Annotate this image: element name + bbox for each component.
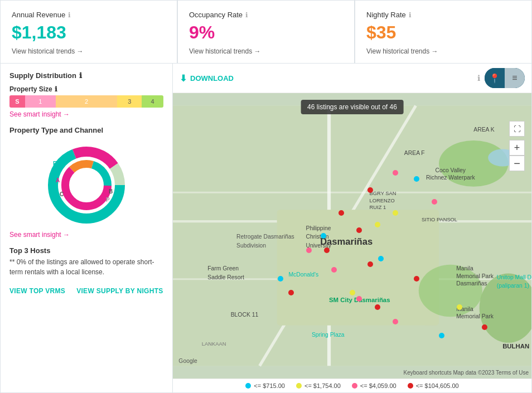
bottom-row: Supply Distribution ℹ Property Size ℹ S … (0, 64, 532, 393)
donut-chart-svg: E A C B P (36, 138, 137, 227)
legend-dot-2 (296, 383, 302, 389)
svg-text:AREA F: AREA F (404, 150, 425, 156)
svg-text:Unitop Mall Dasmariñas: Unitop Mall Dasmariñas (497, 274, 531, 280)
view-supply-by-nights-button[interactable]: VIEW SUPPLY BY NIGHTS (76, 287, 163, 295)
annual-revenue-info-icon[interactable]: ℹ (68, 11, 71, 19)
annual-revenue-title: Annual Revenue ℹ (12, 11, 166, 19)
map-list-view-button[interactable]: ≡ (505, 68, 525, 88)
legend-item-1: <= $715.00 (245, 382, 285, 389)
bar-3: 3 (117, 95, 142, 108)
property-type-title: Property Type and Channel (9, 126, 163, 134)
bar-4: 4 (142, 95, 163, 108)
action-buttons: VIEW TOP VRMS VIEW SUPPLY BY NIGHTS (9, 287, 163, 295)
svg-text:LANKAAN: LANKAAN (202, 341, 226, 347)
top-hosts-section: Top 3 Hosts ** 0% of the listings are al… (9, 244, 163, 277)
annual-revenue-value: $1,183 (12, 22, 166, 43)
legend-dot-3 (352, 383, 357, 389)
svg-text:Manila: Manila (456, 306, 473, 312)
top-row: Annual Revenue ℹ $1,183 View historical … (0, 0, 532, 64)
main-container: Annual Revenue ℹ $1,183 View historical … (0, 0, 532, 393)
nightly-rate-info-icon[interactable]: ℹ (409, 11, 412, 19)
svg-text:LORENZO: LORENZO (370, 198, 395, 203)
supply-distribution-info-icon[interactable]: ℹ (79, 71, 82, 80)
svg-text:(paliparan 1): (paliparan 1) (497, 283, 529, 289)
download-button[interactable]: ⬇ DOWNLOAD (180, 73, 234, 84)
fullscreen-button[interactable]: ⛶ (509, 121, 525, 137)
map-toolbar-right: ℹ 📍 ≡ (477, 68, 525, 88)
svg-text:Memorial Park: Memorial Park (456, 273, 494, 279)
left-panel: Supply Distribution ℹ Property Size ℹ S … (0, 64, 173, 393)
svg-text:University: University (306, 242, 332, 249)
nightly-rate-trends-link[interactable]: View historical trends → (366, 47, 520, 55)
nightly-rate-label: Nightly Rate (366, 11, 406, 19)
svg-text:P: P (106, 197, 110, 203)
annual-revenue-card: Annual Revenue ℹ $1,183 View historical … (0, 0, 177, 64)
svg-text:C: C (60, 191, 64, 197)
svg-text:Coco Valley: Coco Valley (436, 167, 466, 173)
legend-item-4: <= $104,605.00 (408, 382, 459, 389)
svg-text:RUIZ 1: RUIZ 1 (370, 205, 386, 210)
svg-point-6 (74, 173, 99, 197)
view-top-vrms-button[interactable]: VIEW TOP VRMS (9, 287, 65, 295)
legend-label-3: <= $4,059.00 (360, 382, 396, 389)
property-size-info-icon[interactable]: ℹ (55, 85, 57, 93)
svg-text:Christian: Christian (306, 234, 329, 240)
map-info-icon[interactable]: ℹ (477, 74, 480, 83)
download-icon: ⬇ (180, 73, 187, 84)
occupancy-rate-info-icon[interactable]: ℹ (245, 11, 248, 19)
svg-text:Philippine: Philippine (306, 225, 331, 231)
occupancy-rate-value: 9% (189, 22, 343, 43)
map-toolbar: ⬇ DOWNLOAD ℹ 📍 ≡ (173, 64, 531, 93)
map-view-toggle: 📍 ≡ (485, 68, 525, 88)
map-area[interactable]: Dasmariñas Coco Valley Richnez Waterpark… (173, 93, 531, 379)
svg-text:Subdivision: Subdivision (236, 242, 266, 249)
nightly-rate-title: Nightly Rate ℹ (366, 11, 520, 19)
occupancy-rate-trends-link[interactable]: View historical trends → (189, 47, 343, 55)
map-background: Dasmariñas Coco Valley Richnez Waterpark… (173, 93, 531, 379)
map-pin-view-button[interactable]: 📍 (485, 68, 505, 88)
svg-text:E: E (53, 161, 57, 167)
zoom-in-button[interactable]: + (509, 140, 525, 156)
see-insight-link-2[interactable]: See smart insight → (9, 231, 70, 239)
legend-label-2: <= $1,754.00 (304, 382, 341, 389)
svg-text:BULHAN: BULHAN (502, 343, 529, 350)
legend-item-2: <= $1,754.00 (296, 382, 341, 389)
svg-text:B: B (109, 188, 113, 195)
nightly-rate-value: $35 (366, 22, 520, 43)
svg-text:A: A (56, 177, 60, 183)
property-size-section: Property Size ℹ S 1 2 3 4 See smart insi… (9, 85, 163, 118)
map-tooltip: 46 listings are visible out of 46 (301, 100, 404, 114)
bar-2: 2 (56, 95, 117, 108)
annual-revenue-trends-link[interactable]: View historical trends → (12, 47, 166, 55)
bar-1: 1 (25, 95, 56, 108)
svg-text:Farm Green: Farm Green (207, 265, 239, 271)
occupancy-rate-card: Occupancy Rate ℹ 9% View historical tren… (177, 0, 355, 64)
map-zoom-controls: ⛶ + − (509, 121, 525, 171)
occupancy-rate-label: Occupancy Rate (189, 11, 243, 19)
svg-text:Google: Google (178, 358, 197, 364)
nightly-rate-card: Nightly Rate ℹ $35 View historical trend… (355, 0, 532, 64)
top-hosts-title: Top 3 Hosts (9, 246, 163, 255)
annual-revenue-label: Annual Revenue (12, 11, 65, 19)
see-insight-link-1[interactable]: See smart insight → (9, 110, 70, 118)
zoom-out-button[interactable]: − (509, 156, 525, 171)
legend-label-4: <= $104,605.00 (416, 382, 459, 389)
svg-text:Richnez Waterpark: Richnez Waterpark (426, 174, 476, 181)
map-panel: ⬇ DOWNLOAD ℹ 📍 ≡ (173, 64, 532, 393)
legend-dot-1 (245, 383, 251, 389)
svg-text:Dasmariñas: Dasmariñas (456, 280, 487, 287)
bar-s: S (9, 95, 25, 108)
map-attribution-right: Keyboard shortcuts Map data ©2023 Terms … (403, 370, 529, 376)
supply-distribution-title: Supply Distribution ℹ (9, 71, 163, 80)
hosts-note: ** 0% of the listings are allowed to ope… (9, 257, 163, 277)
svg-rect-19 (277, 210, 439, 325)
property-type-section: Property Type and Channel (9, 124, 163, 239)
legend-label-1: <= $715.00 (254, 382, 285, 389)
svg-text:Memorial Park: Memorial Park (456, 313, 494, 319)
property-size-bar: S 1 2 3 4 (9, 95, 163, 108)
svg-text:SM City Dasmariñas: SM City Dasmariñas (329, 297, 390, 303)
donut-chart-container: E A C B P (9, 138, 163, 227)
svg-text:Retrogate Dasmariñas: Retrogate Dasmariñas (236, 234, 294, 240)
svg-text:Spring Plaza: Spring Plaza (312, 332, 345, 338)
legend-item-3: <= $4,059.00 (352, 382, 396, 389)
